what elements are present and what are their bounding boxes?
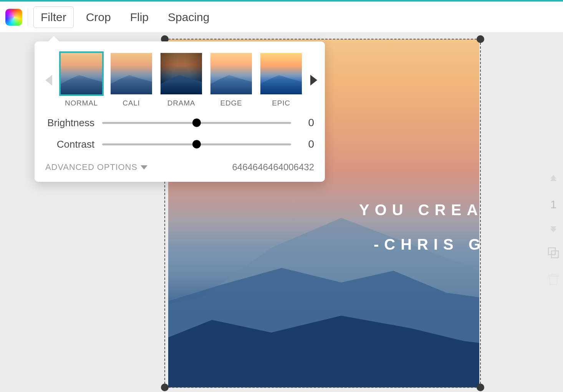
brightness-value: 0 xyxy=(299,117,314,129)
filter-popover: NORMAL CALI DRAMA EDGE EPIC Brightness xyxy=(35,41,325,182)
resize-handle-bottom-left[interactable] xyxy=(161,384,169,391)
brightness-slider-row: Brightness 0 xyxy=(45,117,314,129)
page-number: 1 xyxy=(550,198,557,211)
chevron-down-icon xyxy=(141,165,147,170)
filter-button[interactable]: Filter xyxy=(33,7,74,28)
contrast-slider-row: Contrast 0 xyxy=(45,138,314,150)
contrast-slider-handle[interactable] xyxy=(192,140,201,148)
resize-handle-top-right[interactable] xyxy=(477,35,484,43)
advanced-options-label: ADVANCED OPTIONS xyxy=(45,162,137,172)
move-up-icon[interactable] xyxy=(548,175,559,185)
filter-label: EDGE xyxy=(220,99,242,107)
filter-option-normal[interactable]: NORMAL xyxy=(61,53,102,107)
filter-option-edge[interactable]: EDGE xyxy=(210,53,252,107)
filter-thumb-icon xyxy=(260,53,302,94)
brightness-slider[interactable] xyxy=(102,122,291,124)
filter-prev-icon[interactable] xyxy=(45,75,52,86)
filter-label: NORMAL xyxy=(65,99,98,107)
filter-thumb-icon xyxy=(61,53,102,94)
trash-icon[interactable] xyxy=(548,273,559,287)
move-down-icon[interactable] xyxy=(548,224,559,234)
filter-code[interactable]: 6464646464006432 xyxy=(232,162,314,173)
filter-option-drama[interactable]: DRAMA xyxy=(161,53,202,107)
advanced-options-toggle[interactable]: ADVANCED OPTIONS xyxy=(45,162,147,172)
side-tools: 1 xyxy=(548,175,559,287)
filter-thumb-icon xyxy=(210,53,252,94)
filter-next-icon[interactable] xyxy=(310,75,317,86)
brightness-label: Brightness xyxy=(45,117,94,129)
toolbar: Filter Crop Flip Spacing xyxy=(0,2,563,33)
filter-thumbnails-row: NORMAL CALI DRAMA EDGE EPIC xyxy=(45,53,314,107)
toolbar-divider xyxy=(28,8,28,26)
contrast-slider[interactable] xyxy=(102,143,291,145)
filter-option-epic[interactable]: EPIC xyxy=(260,53,302,107)
crop-button[interactable]: Crop xyxy=(79,7,118,28)
copy-icon[interactable] xyxy=(548,247,559,260)
app-logo-icon[interactable] xyxy=(5,9,22,26)
filter-label: CALI xyxy=(123,99,140,107)
brightness-slider-handle[interactable] xyxy=(192,119,201,127)
filter-thumb-icon xyxy=(111,53,152,94)
popover-footer: ADVANCED OPTIONS 6464646464006432 xyxy=(45,162,314,173)
flip-button[interactable]: Flip xyxy=(123,7,156,28)
contrast-value: 0 xyxy=(299,138,314,150)
resize-handle-bottom-right[interactable] xyxy=(477,384,484,391)
filter-thumb-icon xyxy=(161,53,202,94)
spacing-button[interactable]: Spacing xyxy=(161,7,216,28)
canvas-area: UNITIES APPEN. YOU CREATE THEM. -CHRIS G… xyxy=(0,33,563,392)
contrast-label: Contrast xyxy=(45,138,94,150)
filter-option-cali[interactable]: CALI xyxy=(111,53,152,107)
filter-label: DRAMA xyxy=(167,99,195,107)
filter-label: EPIC xyxy=(272,99,290,107)
